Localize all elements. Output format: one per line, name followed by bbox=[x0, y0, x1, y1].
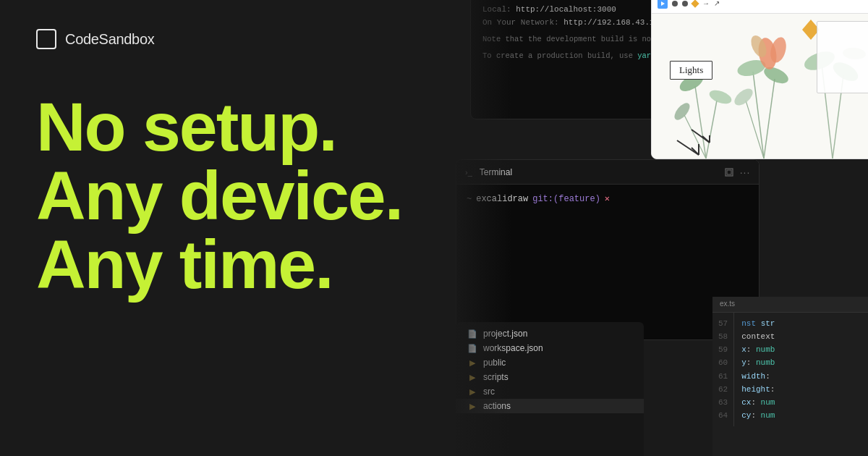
terminal-actions: ··· bbox=[724, 167, 750, 177]
terminal-expand-btn[interactable] bbox=[724, 167, 734, 177]
toolbar-arrow2-icon: ↗ bbox=[714, 0, 720, 7]
terminal-directory: excalidraw bbox=[476, 194, 528, 204]
svg-point-5 bbox=[707, 88, 733, 106]
code-lines-area: 57 58 59 60 61 62 63 64 nst str context … bbox=[712, 313, 868, 426]
hero-line3: Any time. bbox=[36, 230, 412, 299]
svg-point-6 bbox=[672, 101, 693, 122]
terminal-titlebar: ›_ Terminal ··· bbox=[456, 160, 759, 185]
svg-line-10 bbox=[753, 72, 764, 159]
right-section: Local: http://localhost:3000 On Your Net… bbox=[448, 0, 868, 456]
code-line-63: cx: num bbox=[741, 396, 775, 409]
svg-rect-32 bbox=[727, 170, 731, 174]
terminal-title: Terminal bbox=[480, 167, 718, 177]
code-line-58: context bbox=[741, 330, 775, 343]
drawing-toolbar: → ↗ bbox=[652, 0, 868, 14]
folder-icon: ▶ bbox=[467, 401, 477, 411]
svg-line-2 bbox=[706, 101, 717, 159]
white-card bbox=[817, 21, 868, 93]
toolbar-arrow-icon: → bbox=[702, 0, 710, 7]
file-item-public[interactable]: ▶ public bbox=[456, 355, 644, 370]
toolbar-dot1 bbox=[672, 1, 678, 7]
file-explorer-panel: 📄 project.json 📄 workspace.json ▶ public… bbox=[456, 322, 644, 456]
toolbar-diamond-icon bbox=[691, 0, 699, 7]
svg-point-15 bbox=[731, 85, 755, 109]
code-line-59: x: numb bbox=[741, 343, 775, 356]
code-line-60: y: numb bbox=[741, 356, 775, 369]
code-filename: ex.ts bbox=[712, 297, 868, 313]
drawing-window: → ↗ bbox=[651, 0, 868, 159]
file-item-scripts[interactable]: ▶ scripts bbox=[456, 370, 644, 384]
left-section: CodeSandbox No setup. Any device. Any ti… bbox=[0, 0, 448, 456]
terminal-git-branch: git:(feature) bbox=[532, 194, 600, 204]
file-icon: 📄 bbox=[467, 343, 477, 353]
play-icon[interactable] bbox=[658, 0, 668, 9]
svg-line-25 bbox=[677, 140, 699, 155]
file-item-actions[interactable]: ▶ actions bbox=[456, 399, 644, 413]
file-item-project-json[interactable]: 📄 project.json bbox=[456, 326, 644, 341]
terminal-git-x: ✕ bbox=[605, 193, 610, 204]
drawing-canvas[interactable]: Lights bbox=[652, 14, 868, 159]
folder-icon: ▶ bbox=[467, 358, 477, 368]
file-item-src[interactable]: ▶ src bbox=[456, 384, 644, 399]
folder-icon: ▶ bbox=[467, 372, 477, 382]
folder-icon: ▶ bbox=[467, 387, 477, 397]
line-numbers: 57 58 59 60 61 62 63 64 bbox=[712, 313, 734, 426]
file-item-workspace-json[interactable]: 📄 workspace.json bbox=[456, 341, 644, 355]
hero-headline: No setup. Any device. Any time. bbox=[36, 93, 412, 299]
code-line-61: width: bbox=[741, 370, 775, 383]
code-panel: ex.ts 57 58 59 60 61 62 63 64 nst str co… bbox=[712, 297, 868, 456]
logo-area: CodeSandbox bbox=[36, 29, 412, 49]
hero-line1: No setup. bbox=[36, 93, 412, 161]
file-icon: 📄 bbox=[467, 329, 477, 339]
svg-marker-0 bbox=[661, 1, 665, 6]
toolbar-dot2 bbox=[682, 1, 688, 7]
code-text: nst str context x: numb y: numb width: h… bbox=[734, 313, 782, 426]
code-line-57: nst str bbox=[741, 317, 775, 330]
code-line-64: cy: num bbox=[741, 409, 775, 422]
lights-label-box: Lights bbox=[670, 61, 712, 80]
svg-line-12 bbox=[746, 101, 764, 159]
terminal-body: ~ excalidraw git:(feature) ✕ bbox=[456, 185, 759, 213]
terminal-prompt-line: ~ excalidraw git:(feature) ✕ bbox=[467, 193, 749, 204]
code-line-62: height: bbox=[741, 383, 775, 396]
actions-label: actions bbox=[483, 401, 511, 411]
file-tree: 📄 project.json 📄 workspace.json ▶ public… bbox=[456, 322, 644, 418]
logo-text: CodeSandbox bbox=[65, 31, 154, 48]
hero-line2: Any device. bbox=[36, 161, 412, 230]
terminal-prompt-icon: ›_ bbox=[465, 168, 472, 177]
svg-line-11 bbox=[764, 79, 775, 159]
logo-icon bbox=[36, 29, 56, 49]
terminal-more-btn[interactable]: ··· bbox=[740, 167, 750, 177]
